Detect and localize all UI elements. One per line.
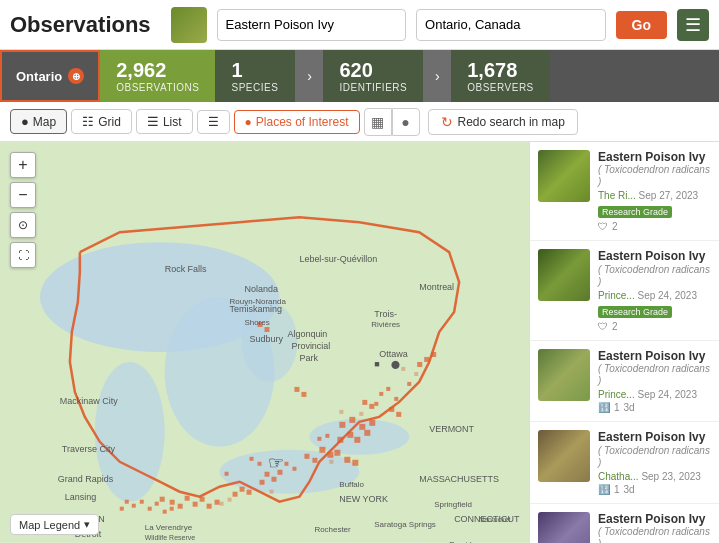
list-label: List [163,115,182,129]
grid-view-button[interactable]: ☷ Grid [71,109,132,134]
svg-rect-35 [424,357,429,362]
svg-rect-73 [132,504,136,508]
observations-label: OBSERVATIONS [116,82,199,93]
list-item[interactable]: Eastern Poison Ivy ( Toxicodendron radic… [530,142,719,241]
location-input[interactable] [416,9,605,41]
svg-text:Rouyn-Noranda: Rouyn-Noranda [230,297,287,306]
svg-rect-70 [163,510,167,514]
list-item[interactable]: Eastern Poison Ivy ( Toxicodendron radic… [530,341,719,422]
svg-text:Park: Park [299,353,318,363]
svg-rect-20 [200,497,205,502]
species-arrow[interactable]: › [295,50,323,102]
list-view-button[interactable]: ☰ List [136,109,193,134]
observation-sci-name: ( Toxicodendron radicans ) [598,526,711,543]
list-item[interactable]: Eastern Poison Ivy ( Toxicodendron radic… [530,422,719,503]
map-label: Map [33,115,56,129]
zoom-out-button[interactable]: − [10,182,36,208]
observation-thumbnail [538,249,590,301]
places-label: Places of Interest [256,115,349,129]
svg-rect-26 [170,500,175,505]
svg-text:MASSACHUSETTS: MASSACHUSETTS [419,474,499,484]
observation-name: Eastern Poison Ivy [598,512,711,526]
observation-info: Eastern Poison Ivy ( Toxicodendron radic… [598,150,711,232]
svg-text:Nantucket: Nantucket [479,516,510,523]
species-count: 1 [231,60,242,80]
observation-meta: 🛡 2 [598,321,711,332]
observation-info: Eastern Poison Ivy ( Toxicodendron radic… [598,349,711,413]
svg-rect-66 [414,372,418,376]
redo-search-button[interactable]: ↻ Redo search in map [428,109,578,135]
map-view-button[interactable]: ● Map [10,109,67,134]
svg-rect-21 [207,504,212,509]
svg-text:Rock Falls: Rock Falls [165,264,207,274]
svg-rect-7 [339,422,345,428]
region-selector[interactable]: Ontario ⊕ [0,50,100,102]
svg-rect-63 [329,460,333,464]
svg-rect-42 [258,322,263,327]
svg-rect-49 [386,387,390,391]
go-button[interactable]: Go [616,11,667,39]
menu-button[interactable]: ☰ [677,9,709,41]
svg-rect-14 [369,420,375,426]
redo-icon: ↻ [441,114,453,130]
svg-rect-10 [347,432,353,438]
species-label: SPECIES [231,82,278,93]
map-container[interactable]: Temiskaming Shores Rock Falls Lebel-sur-… [0,142,529,543]
svg-text:Lebel-sur-Quévillon: Lebel-sur-Quévillon [299,254,377,264]
identifiers-count: 620 [339,60,372,80]
identifiers-arrow[interactable]: › [423,50,451,102]
svg-rect-15 [319,447,325,453]
svg-text:Saratoga Springs: Saratoga Springs [374,520,436,529]
zoom-in-button[interactable]: + [10,152,36,178]
svg-rect-50 [394,397,398,401]
svg-rect-0 [0,142,529,542]
svg-text:Provincial: Provincial [291,341,330,351]
svg-text:NEW YORK: NEW YORK [339,494,388,504]
svg-point-3 [95,362,165,502]
locate-button[interactable]: ⊙ [10,212,36,238]
observation-user: Prince... Sep 24, 2023 [598,389,711,400]
svg-point-6 [242,302,298,382]
list-item[interactable]: Eastern Poison Ivy ( Toxicodendron radic… [530,241,719,340]
svg-text:La Verendrye: La Verendrye [145,523,193,532]
svg-rect-22 [215,500,220,505]
observation-name: Eastern Poison Ivy [598,249,711,263]
observation-sci-name: ( Toxicodendron radicans ) [598,264,711,288]
svg-rect-59 [325,434,329,438]
main-content: Temiskaming Shores Rock Falls Lebel-sur-… [0,142,719,543]
grid-icon: ☷ [82,114,94,129]
svg-rect-34 [233,492,238,497]
identifiers-stat: 620 IDENTIFIERS [323,50,423,102]
layers-button[interactable]: ☰ [197,110,230,134]
svg-text:⬤: ⬤ [391,360,400,369]
places-button[interactable]: ● Places of Interest [234,110,360,134]
map-icon: ● [21,114,29,129]
svg-text:Montreal: Montreal [419,282,454,292]
observation-thumbnail [538,430,590,482]
list-item[interactable]: Eastern Poison Ivy ( Toxicodendron radic… [530,504,719,543]
svg-text:Traverse City: Traverse City [62,444,116,454]
svg-rect-11 [337,437,343,443]
svg-rect-8 [349,417,355,423]
svg-text:Rivières: Rivières [371,320,400,329]
svg-rect-53 [284,462,288,466]
svg-rect-61 [228,498,232,502]
svg-rect-51 [374,402,378,406]
map-legend[interactable]: Map Legend ▾ [10,514,99,535]
species-stat: 1 SPECIES [215,50,295,102]
svg-text:Shores: Shores [245,318,270,327]
svg-rect-55 [250,457,254,461]
svg-rect-33 [247,490,252,495]
svg-rect-16 [327,452,333,458]
grid-toggle-circles[interactable]: ● [392,108,420,136]
observation-meta: 🔢 1 3d [598,402,711,413]
search-input[interactable] [217,9,406,41]
cursor-pointer: ☞ [268,452,284,474]
svg-rect-46 [304,454,309,459]
svg-rect-39 [396,412,401,417]
svg-rect-38 [389,407,394,412]
svg-point-5 [309,419,409,455]
svg-rect-47 [312,458,317,463]
fullscreen-button[interactable]: ⛶ [10,242,36,268]
grid-toggle-squares[interactable]: ▦ [364,108,392,136]
